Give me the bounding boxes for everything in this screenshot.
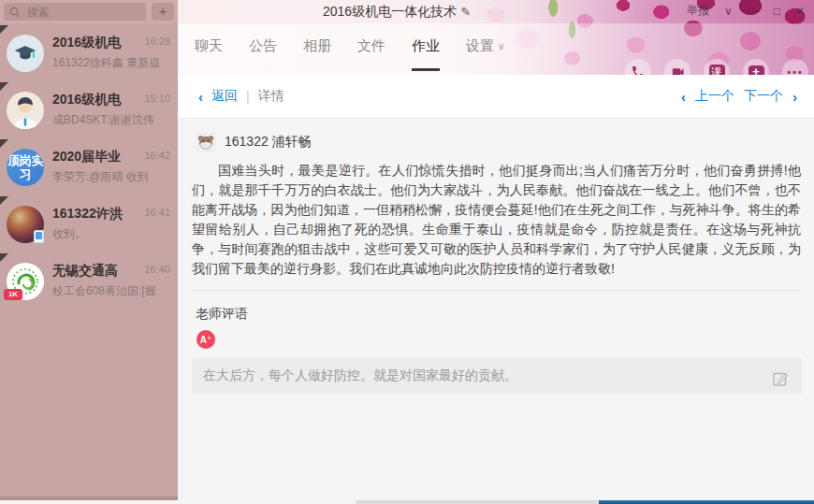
chat-time: 16:41 [144,207,170,218]
chat-name: 2020届毕业 [52,149,138,166]
chat-preview: 成BD4SKT:谢谢沈伟 [52,112,172,128]
toolbar-right: ‹ 上一个 下一个 › [681,88,797,105]
chat-item-text: 161322许洪 16:41 收到。 [52,206,172,242]
tab-announcement[interactable]: 公告 [249,23,277,71]
chat-name: 无锡交通高 [52,263,138,280]
internship-avatar-text: 顶岗实习 [7,153,44,181]
grade-badge: A⁺ [196,330,215,349]
bear-mask-icon [196,133,215,151]
next-button[interactable]: 下一个 [744,88,783,105]
teacher-comment-title: 老师评语 [196,306,814,323]
chat-time: 16:42 [144,150,170,161]
maximize-button[interactable]: □ [774,5,780,18]
tab-label: 公告 [249,37,277,55]
essay-text: 国难当头时，最美是逆行。在人们惊慌失措时，他们挺身而出;当人们痛苦万分时，他们奋… [192,161,801,279]
tab-album[interactable]: 相册 [303,23,331,71]
student-name: 161322 浦轩畅 [225,134,312,151]
student-avatar [196,132,216,152]
corner-fold-icon [0,253,8,262]
toolbar-left: ‹ 返回 | 详情 [198,88,284,105]
chat-item-wuxi-institute[interactable]: 1K 无锡交通高 16:40 校工会608蒋治国:[握 [0,253,178,310]
chat-item-text: 2016级机电 15:10 成BD4SKT:谢谢沈伟 [52,92,172,128]
qq-group-window: + 2016级机电 16:28 161322徐科鑫 重新提 [0,0,814,504]
edit-square-icon [771,369,790,388]
chat-time: 16:40 [144,264,170,275]
tab-bar: 聊天 公告 相册 文件 作业 设置∨ [178,23,814,75]
report-button[interactable]: 举报 [687,3,709,19]
previous-button[interactable]: 上一个 [695,88,734,105]
teacher-comment-box: 在大后方，每个人做好防控。就是对国家最好的贡献。 [192,358,802,394]
chat-preview: 李荣芳:@雨晴 收到 [52,169,172,185]
corner-fold-icon [0,139,8,148]
floral-header: 2016级机电一体化技术✎ 举报 ∨ — □ ✕ 聊天 公告 相册 文件 作业 [178,0,814,75]
chat-list: 2016级机电 16:28 161322徐科鑫 重新提 2016级机电 [0,25,178,310]
unread-1k-badge: 1K [4,289,22,300]
back-button[interactable]: 返回 [211,88,238,105]
student-row: 161322 浦轩畅 [196,132,814,152]
group-title: 2016级机电一体化技术✎ [323,4,471,21]
chat-name: 2016级机电 [52,92,138,108]
chat-preview: 161322徐科鑫 重新提 [52,55,172,71]
next-chevron-icon: › [792,89,797,105]
divider [192,290,801,291]
person-avatar [7,92,44,129]
add-chat-button[interactable]: + [152,3,174,21]
chevron-down-icon: ∨ [498,41,504,51]
chevron-down-icon[interactable]: ∨ [724,5,733,18]
chat-name: 161322许洪 [52,206,138,223]
chat-item-group-mechatronics-1[interactable]: 2016级机电 16:28 161322徐科鑫 重新提 [0,25,178,82]
chat-item-group-graduates-2020[interactable]: 顶岗实习 2020届毕业 16:42 李荣芳:@雨晴 收到 [0,139,178,196]
chat-time: 16:28 [144,36,170,47]
tab-files[interactable]: 文件 [357,23,385,71]
separator: | [246,89,250,104]
minimize-button[interactable]: — [748,5,759,18]
internship-avatar: 顶岗实习 [7,149,44,186]
chat-item-group-mechatronics-2[interactable]: 2016级机电 15:10 成BD4SKT:谢谢沈伟 [0,82,178,139]
tab-homework[interactable]: 作业 [412,23,440,71]
homework-content: 161322 浦轩畅 国难当头时，最美是逆行。在人们惊慌失措时，他们挺身而出;当… [178,119,814,500]
chat-preview: 收到。 [52,226,172,242]
window-controls: 举报 ∨ — □ ✕ [687,3,805,19]
detail-label: 详情 [258,88,284,105]
homework-toolbar: ‹ 返回 | 详情 ‹ 上一个 下一个 › [178,75,814,119]
close-button[interactable]: ✕ [795,5,805,18]
tab-chat[interactable]: 聊天 [195,23,223,71]
tab-label: 相册 [303,37,331,55]
mobile-online-icon [34,230,44,243]
sidebar-bottom-edge [0,497,178,500]
graduation-cap-avatar [7,35,44,72]
sidebar-search-row: + [0,0,178,23]
window-titlebar: 2016级机电一体化技术✎ 举报 ∨ — □ ✕ [178,0,814,23]
chat-time: 15:10 [144,93,170,104]
tab-label: 文件 [357,37,385,55]
main-panel: 2016级机电一体化技术✎ 举报 ∨ — □ ✕ 聊天 公告 相册 文件 作业 [178,0,814,504]
corner-fold-icon [0,196,8,205]
chat-name: 2016级机电 [52,35,138,51]
background-window-edge [599,500,814,504]
chat-preview: 校工会608蒋治国:[握 [52,283,172,299]
edit-comment-button[interactable] [771,369,790,388]
chat-item-xu-hong[interactable]: 161322许洪 16:41 收到。 [0,196,178,253]
tab-label: 聊天 [195,37,223,55]
tab-label: 设置 [466,37,494,55]
corner-fold-icon [0,82,8,91]
tab-label: 作业 [412,37,440,55]
chat-item-text: 无锡交通高 16:40 校工会608蒋治国:[握 [52,263,172,299]
prev-chevron-icon: ‹ [681,89,686,105]
search-box[interactable] [4,3,146,21]
back-chevron-icon: ‹ [198,89,203,105]
chat-sidebar: + 2016级机电 16:28 161322徐科鑫 重新提 [0,0,178,500]
edit-title-icon[interactable]: ✎ [460,5,471,19]
chat-item-text: 2020届毕业 16:42 李荣芳:@雨晴 收到 [52,149,172,185]
search-input[interactable] [25,5,140,20]
group-title-text: 2016级机电一体化技术 [323,4,457,19]
chat-item-text: 2016级机电 16:28 161322徐科鑫 重新提 [52,35,172,71]
graduation-cap-icon [11,39,39,67]
tab-settings[interactable]: 设置∨ [466,23,504,71]
person-icon [7,92,44,129]
search-icon [9,7,21,18]
corner-fold-icon [0,25,8,34]
tabs: 聊天 公告 相册 文件 作业 设置∨ [178,23,504,75]
